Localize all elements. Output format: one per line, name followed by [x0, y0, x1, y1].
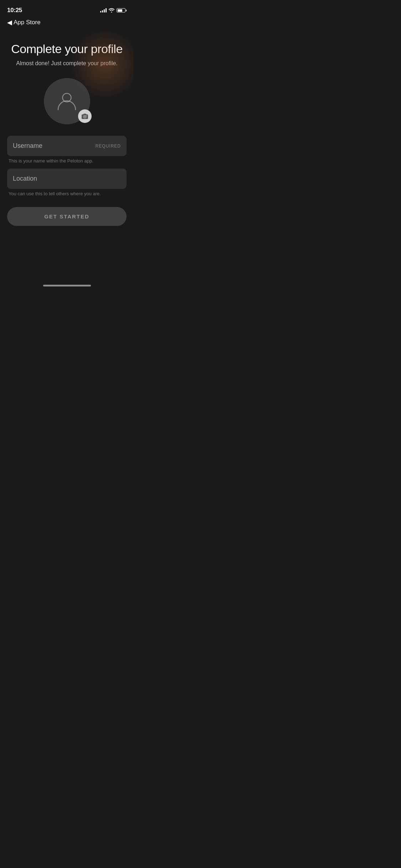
signal-icon — [100, 8, 107, 12]
status-bar: 10:25 — [0, 0, 134, 16]
username-required-label: REQUIRED — [96, 144, 121, 149]
cta-label: GET STARTED — [44, 213, 89, 219]
page-title: Complete your profile — [11, 42, 123, 56]
username-field[interactable]: Username REQUIRED — [7, 136, 127, 156]
avatar-container — [44, 78, 90, 124]
status-icons — [100, 8, 127, 12]
svg-point-3 — [84, 116, 86, 118]
svg-rect-4 — [83, 114, 86, 115]
signal-bar-4 — [106, 8, 107, 12]
username-placeholder: Username — [13, 142, 42, 150]
signal-bar-2 — [102, 10, 103, 12]
avatar-person-icon — [55, 90, 78, 113]
battery-icon — [117, 8, 127, 12]
location-field[interactable]: Location — [7, 169, 127, 189]
svg-point-5 — [86, 115, 87, 116]
battery-fill — [118, 9, 122, 12]
page-subtitle: Almost done! Just complete your profile. — [16, 60, 118, 67]
status-time: 10:25 — [7, 7, 22, 14]
battery-tip — [126, 10, 127, 11]
wifi-icon — [109, 8, 114, 12]
home-indicator — [43, 285, 91, 286]
camera-icon — [81, 113, 88, 120]
back-label: App Store — [14, 19, 41, 26]
nav-back[interactable]: ◀ App Store — [0, 16, 134, 28]
main-content: Complete your profile Almost done! Just … — [0, 28, 134, 226]
location-hint: You can use this to tell others where yo… — [7, 191, 127, 196]
username-hint: This is your name within the Peloton app… — [7, 158, 127, 164]
signal-bar-3 — [104, 9, 105, 12]
signal-bar-1 — [100, 11, 101, 12]
form-section: Username REQUIRED This is your name with… — [7, 136, 127, 226]
camera-button[interactable] — [78, 109, 92, 123]
battery-body — [117, 8, 125, 12]
back-arrow-icon: ◀ — [7, 19, 12, 26]
get-started-button[interactable]: GET STARTED — [7, 207, 127, 226]
location-placeholder: Location — [13, 175, 37, 182]
